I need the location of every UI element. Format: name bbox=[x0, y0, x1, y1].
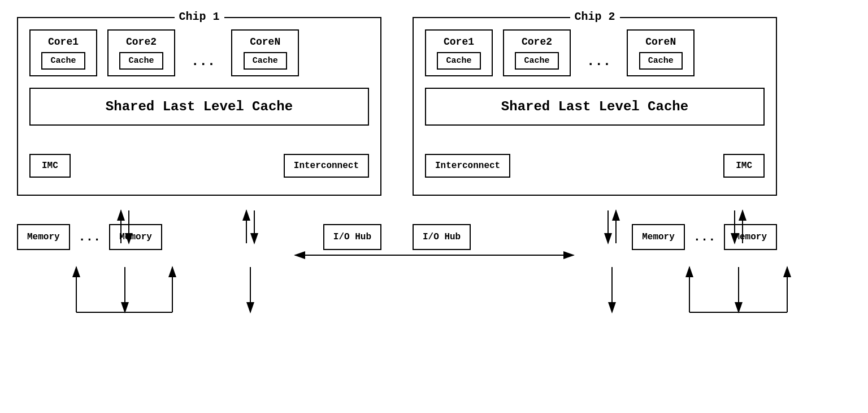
chip2-below: I/O Hub Memory ... Memory bbox=[413, 224, 777, 250]
chip1-core1-cache: Cache bbox=[41, 52, 85, 70]
chips-row: Chip 1 Core1 Cache Core2 Cache ... bbox=[17, 17, 851, 250]
chip1-memory-group: Memory ... Memory bbox=[17, 224, 162, 250]
chip2-sllc: Shared Last Level Cache bbox=[425, 88, 765, 126]
chip1-memory2: Memory bbox=[109, 224, 162, 250]
chip2-iohub: I/O Hub bbox=[413, 224, 471, 250]
chip1-section: Chip 1 Core1 Cache Core2 Cache ... bbox=[17, 17, 381, 250]
chip1-below: Memory ... Memory I/O Hub bbox=[17, 224, 381, 250]
chip2-coreN-cache: Cache bbox=[639, 52, 683, 70]
chip2-coreN-box: CoreN Cache bbox=[627, 29, 695, 76]
chip1-core1-label: Core1 bbox=[48, 36, 79, 48]
chip1-core1-box: Core1 Cache bbox=[29, 29, 97, 76]
chip2-coreN-label: CoreN bbox=[645, 36, 676, 48]
chip2-dots: ... bbox=[581, 37, 617, 69]
chip2-core2-cache: Cache bbox=[515, 52, 558, 70]
chip1-sllc: Shared Last Level Cache bbox=[29, 88, 369, 126]
chip2-core2-label: Core2 bbox=[522, 36, 552, 48]
chip1-memory-dots: ... bbox=[79, 230, 101, 244]
chip2-memory1: Memory bbox=[632, 224, 685, 250]
chip1-dots: ... bbox=[185, 37, 221, 69]
chip1-coreN-cache: Cache bbox=[244, 52, 287, 70]
chip1-imc: IMC bbox=[29, 154, 71, 178]
diagram-container: Chip 1 Core1 Cache Core2 Cache ... bbox=[0, 0, 868, 413]
chip1-coreN-label: CoreN bbox=[250, 36, 280, 48]
chip1-memory1: Memory bbox=[17, 224, 70, 250]
chip2-cores-row: Core1 Cache Core2 Cache ... CoreN Cache bbox=[425, 29, 765, 76]
chip2-section: Chip 2 Core1 Cache Core2 Cache ... bbox=[413, 17, 777, 250]
chip1-cores-row: Core1 Cache Core2 Cache ... CoreN Cache bbox=[29, 29, 369, 76]
chip2-memory2: Memory bbox=[724, 224, 777, 250]
chip1-interconnect: Interconnect bbox=[284, 154, 369, 178]
chip2-core1-cache: Cache bbox=[437, 52, 480, 70]
chip1-core2-label: Core2 bbox=[126, 36, 157, 48]
chip2-box: Chip 2 Core1 Cache Core2 Cache ... bbox=[413, 17, 777, 196]
chip1-iohub: I/O Hub bbox=[323, 224, 381, 250]
chip2-label: Chip 2 bbox=[570, 10, 619, 23]
chip2-lower: Interconnect IMC bbox=[425, 154, 765, 183]
chip2-imc: IMC bbox=[723, 154, 765, 178]
chip1-coreN-box: CoreN Cache bbox=[231, 29, 299, 76]
chip1-label: Chip 1 bbox=[174, 10, 224, 23]
chip2-memory-dots: ... bbox=[693, 230, 716, 244]
chip1-box: Chip 1 Core1 Cache Core2 Cache ... bbox=[17, 17, 381, 196]
chip1-lower: IMC Interconnect bbox=[29, 154, 369, 183]
chip2-core1-box: Core1 Cache bbox=[425, 29, 493, 76]
chip1-core2-box: Core2 Cache bbox=[107, 29, 175, 76]
chip2-core1-label: Core1 bbox=[444, 36, 474, 48]
chip1-core2-cache: Cache bbox=[119, 52, 163, 70]
chip2-interconnect: Interconnect bbox=[425, 154, 510, 178]
chip2-core2-box: Core2 Cache bbox=[503, 29, 571, 76]
chip2-memory-group: Memory ... Memory bbox=[632, 224, 777, 250]
main-layout: Chip 1 Core1 Cache Core2 Cache ... bbox=[0, 0, 868, 413]
